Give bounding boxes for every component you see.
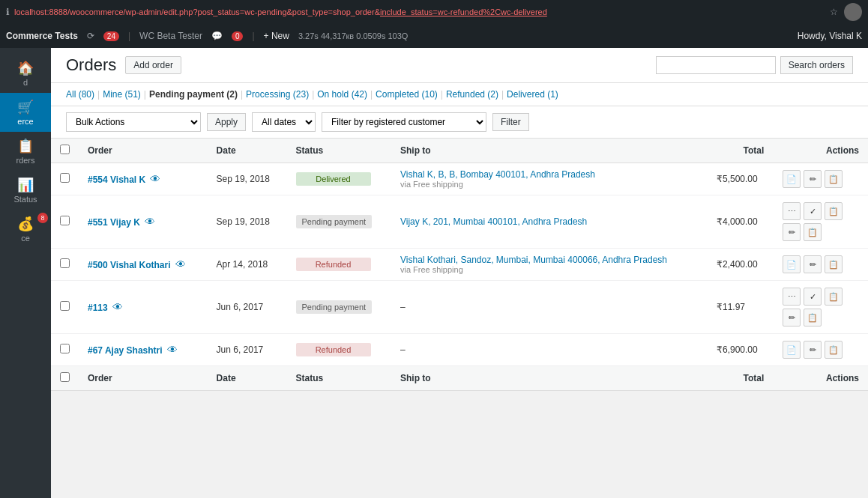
search-orders-button[interactable]: Search orders — [780, 56, 853, 74]
row-status: Refunded — [287, 249, 392, 281]
tab-completed[interactable]: Completed (10) — [376, 89, 438, 100]
col-date[interactable]: Date — [208, 139, 287, 163]
eye-icon: 👁 — [112, 301, 123, 313]
row-date: Sep 19, 2018 — [208, 195, 287, 249]
site-name[interactable]: Commerce Tests — [6, 31, 78, 41]
customer-filter-select[interactable]: Filter by registered customer — [322, 112, 486, 132]
edit-button[interactable]: ✏ — [804, 255, 822, 273]
more-button[interactable]: ⋯ — [783, 288, 801, 306]
order-link[interactable]: #67 Ajay Shashtri — [88, 345, 163, 356]
preview-button[interactable]: 📄 — [783, 341, 801, 359]
preview-button[interactable]: 📄 — [783, 170, 801, 188]
row-actions: ⋯✓📋✏📋 — [773, 195, 868, 249]
footer-col-status: Status — [287, 366, 392, 391]
doc2-button[interactable]: 📋 — [804, 309, 822, 327]
select-all-checkbox[interactable] — [60, 145, 70, 154]
preview-button[interactable]: 📄 — [783, 255, 801, 273]
date-filter-select[interactable]: All dates — [252, 112, 316, 132]
tab-all[interactable]: All (80) — [66, 89, 94, 100]
sidebar-item-woocommerce[interactable]: 🛒 erce — [0, 93, 51, 132]
row-order: #554 Vishal K👁 — [79, 163, 208, 195]
bookmark-icon[interactable]: ☆ — [830, 7, 838, 17]
table-footer-row: Order Date Status Ship to Total Actions — [51, 366, 868, 391]
row-checkbox-cell — [51, 163, 79, 195]
tab-processing[interactable]: Processing (23) — [246, 89, 309, 100]
url-bar: localhost:8888/woocommerce/wp-admin/edit… — [14, 7, 824, 16]
edit-button[interactable]: ✏ — [804, 170, 822, 188]
doc-button[interactable]: 📋 — [825, 341, 843, 359]
row-checkbox[interactable] — [60, 173, 70, 183]
row-date: Apr 14, 2018 — [208, 249, 287, 281]
edit-button[interactable]: ✏ — [804, 341, 822, 359]
doc2-button[interactable]: 📋 — [804, 223, 822, 241]
bulk-actions-select[interactable]: Bulk Actions — [66, 112, 201, 132]
footer-select-all — [51, 366, 79, 391]
add-order-button[interactable]: Add order — [125, 56, 181, 74]
row-checkbox[interactable] — [60, 258, 70, 268]
row-checkbox-cell — [51, 334, 79, 366]
sidebar-item-home[interactable]: 🏠 d — [0, 54, 51, 93]
page-header: Orders Add order Search orders — [51, 48, 868, 83]
row-ship-to: – — [391, 334, 708, 366]
table-row: #113👁Jun 6, 2017Pending payment–₹11.97⋯✓… — [51, 281, 868, 334]
eye-icon: 👁 — [175, 258, 186, 270]
order-link[interactable]: #551 Vijay K — [88, 217, 140, 228]
doc-button[interactable]: 📋 — [825, 255, 843, 273]
tab-mine[interactable]: Mine (51) — [103, 89, 141, 100]
row-date: Sep 19, 2018 — [208, 163, 287, 195]
footer-col-date: Date — [208, 366, 287, 391]
edit-button[interactable]: ✏ — [783, 223, 801, 241]
table-row: #551 Vijay K👁Sep 19, 2018Pending payment… — [51, 195, 868, 249]
select-all-header — [51, 139, 79, 163]
tab-on-hold[interactable]: On hold (42) — [317, 89, 367, 100]
ship-via: via Free shipping — [400, 180, 699, 189]
col-status[interactable]: Status — [287, 139, 392, 163]
order-link[interactable]: #554 Vishal K — [88, 174, 145, 185]
filter-button[interactable]: Filter — [492, 113, 529, 131]
status-badge: Delivered — [296, 172, 371, 186]
ship-to-link[interactable]: Vishal Kothari, Sandoz, Mumbai, Mumbai 4… — [400, 255, 667, 265]
complete-button[interactable]: ✓ — [804, 202, 822, 220]
row-checkbox[interactable] — [60, 344, 70, 353]
page-title: Orders — [66, 55, 116, 75]
sidebar-item-status[interactable]: 📊 Status — [0, 171, 51, 210]
doc-button[interactable]: 📋 — [825, 288, 843, 306]
more-button[interactable]: ⋯ — [783, 202, 801, 220]
sidebar-item-orders[interactable]: 📋 rders — [0, 132, 51, 171]
search-input[interactable] — [656, 56, 776, 74]
orders-table: Order Date Status Ship to Total Actions … — [51, 139, 868, 391]
col-actions: Actions — [773, 139, 868, 163]
col-order[interactable]: Order — [79, 139, 208, 163]
tab-pending-payment[interactable]: Pending payment (2) — [149, 89, 238, 100]
new-button[interactable]: + New — [264, 31, 289, 41]
tab-refunded[interactable]: Refunded (2) — [446, 89, 498, 100]
tab-delivered[interactable]: Delivered (1) — [507, 89, 558, 100]
col-total[interactable]: Total — [708, 139, 773, 163]
row-checkbox[interactable] — [60, 301, 70, 311]
ship-to-link[interactable]: Vijay K, 201, Mumbai 400101, Andhra Prad… — [400, 216, 587, 227]
orders-icon: 📋 — [4, 138, 46, 154]
sync-icon: ⟳ — [87, 31, 94, 41]
table-row: #500 Vishal Kothari👁Apr 14, 2018Refunded… — [51, 249, 868, 281]
footer-select-all-checkbox[interactable] — [60, 372, 70, 382]
row-status: Pending payment — [287, 195, 392, 249]
col-ship-to[interactable]: Ship to — [391, 139, 708, 163]
toolbar: Bulk Actions Apply All dates Filter by r… — [51, 106, 868, 139]
ship-to-link[interactable]: Vishal K, B, B, Bombay 400101, Andhra Pr… — [400, 169, 595, 180]
url-prefix: localhost:8888/woocommerce/wp-admin/edit… — [14, 7, 380, 16]
row-order: #500 Vishal Kothari👁 — [79, 249, 208, 281]
row-ship-to: Vijay K, 201, Mumbai 400101, Andhra Prad… — [391, 195, 708, 249]
sidebar-item-payments[interactable]: 💰 ce 8 — [0, 210, 51, 249]
row-ship-to: Vishal K, B, B, Bombay 400101, Andhra Pr… — [391, 163, 708, 195]
layout: 🏠 d 🛒 erce 📋 rders 📊 Status 💰 ce 8 Order… — [0, 48, 868, 498]
order-link[interactable]: #113 — [88, 303, 108, 313]
notification-badge: 8 — [37, 213, 48, 223]
row-checkbox[interactable] — [60, 216, 70, 225]
row-actions: 📄✏📋 — [773, 163, 868, 195]
doc-button[interactable]: 📋 — [825, 170, 843, 188]
apply-button[interactable]: Apply — [207, 113, 246, 131]
complete-button[interactable]: ✓ — [804, 288, 822, 306]
order-link[interactable]: #500 Vishal Kothari — [88, 260, 171, 270]
edit-button[interactable]: ✏ — [783, 309, 801, 327]
doc-button[interactable]: 📋 — [825, 202, 843, 220]
